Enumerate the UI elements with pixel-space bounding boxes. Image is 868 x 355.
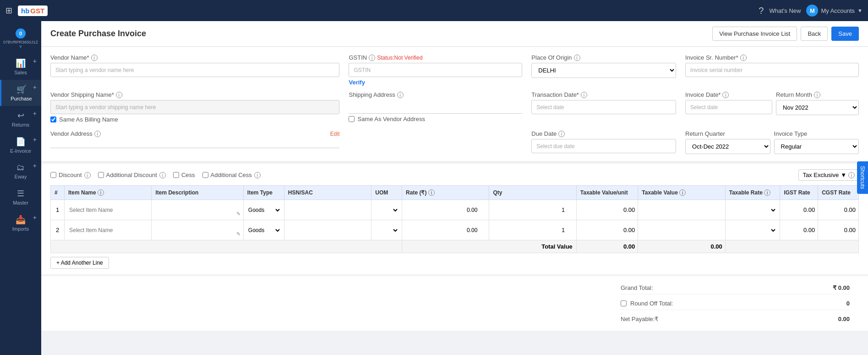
additional-discount-checkbox[interactable] <box>98 172 104 178</box>
taxable-value-info-icon[interactable]: i <box>679 189 686 196</box>
discount-option[interactable]: Discount i <box>50 172 91 178</box>
imports-add-icon[interactable]: + <box>33 214 37 221</box>
shipping-address-label: Shipping Address i <box>349 91 522 98</box>
row1-taxable-rate-select[interactable]: 5% 12% 18% 28% <box>728 206 777 214</box>
same-as-billing-row: Same As Billing Name <box>50 116 339 123</box>
row2-taxable-value-input[interactable] <box>641 226 722 234</box>
row1-qty-input[interactable] <box>492 206 573 214</box>
sidebar-item-eway[interactable]: 🗂 Eway + <box>0 158 41 184</box>
gstin-info-icon[interactable]: i <box>369 55 375 61</box>
row2-item-name-input[interactable] <box>67 226 148 234</box>
grid-icon[interactable]: ⊞ <box>5 6 12 16</box>
same-as-billing-checkbox[interactable] <box>50 116 56 122</box>
transaction-date-info-icon[interactable]: i <box>581 92 587 98</box>
sidebar-item-sales[interactable]: 📊 Sales + <box>0 54 41 80</box>
net-payable-value: 0.00 <box>838 316 850 322</box>
sidebar-item-purchase[interactable]: 🛒 Purchase + <box>0 80 41 106</box>
row1-item-desc-input[interactable] <box>154 203 240 211</box>
row2-hsn-cell <box>284 220 371 240</box>
shipping-address-info-icon[interactable]: i <box>397 92 404 98</box>
help-icon[interactable]: ? <box>759 6 764 16</box>
item-name-info-icon[interactable]: i <box>98 189 104 196</box>
round-off-checkbox[interactable] <box>621 300 627 306</box>
cess-checkbox[interactable] <box>173 172 179 178</box>
eway-add-icon[interactable]: + <box>33 162 37 169</box>
my-accounts-menu[interactable]: M My Accounts ▼ <box>806 5 863 17</box>
sidebar-item-einvoice[interactable]: 📄 E-Invoice + <box>0 132 41 158</box>
back-button[interactable]: Back <box>801 27 828 41</box>
additional-cess-checkbox[interactable] <box>202 172 208 178</box>
invoice-sr-info-icon[interactable]: i <box>740 55 747 61</box>
transaction-date-input[interactable] <box>531 100 676 114</box>
row1-uom-select[interactable] <box>374 206 399 214</box>
row1-uom-cell <box>371 200 402 220</box>
row1-item-type-select[interactable]: Goods Service <box>246 206 281 214</box>
row2-hsn-input[interactable] <box>287 226 368 234</box>
additional-cess-option[interactable]: Additional Cess i <box>202 172 261 178</box>
row2-qty-input[interactable] <box>492 226 573 234</box>
row1-rate-input[interactable] <box>405 206 486 214</box>
returns-add-icon[interactable]: + <box>33 110 37 117</box>
sidebar-item-master[interactable]: ☰ Master <box>0 184 41 210</box>
row2-qty-cell <box>489 220 576 240</box>
row2-taxable-rate-select[interactable]: 5% 12% 18% 28% <box>728 227 777 234</box>
row2-desc-edit-icon[interactable]: ✎ <box>236 231 240 237</box>
sidebar-purchase-label: Purchase <box>11 96 32 101</box>
verify-link[interactable]: Verify <box>349 79 522 86</box>
additional-discount-info-icon[interactable]: i <box>159 172 166 178</box>
vendor-shipping-info-icon[interactable]: i <box>116 92 122 98</box>
discount-info-icon[interactable]: i <box>84 172 91 178</box>
row1-item-type-cell: Goods Service <box>243 200 284 220</box>
rate-info-icon[interactable]: i <box>428 189 435 196</box>
vendor-name-input[interactable] <box>50 63 339 77</box>
invoice-date-input[interactable] <box>685 100 772 114</box>
total-label: Total Value <box>541 243 573 250</box>
due-date-input[interactable] <box>531 139 676 153</box>
einvoice-add-icon[interactable]: + <box>33 136 37 143</box>
sidebar-item-imports[interactable]: 📥 Imports + <box>0 210 41 236</box>
vendor-shipping-input[interactable] <box>50 100 339 114</box>
shortcuts-tab[interactable]: Shortcuts <box>857 161 868 194</box>
invoice-sr-input[interactable] <box>685 63 859 77</box>
discount-checkbox[interactable] <box>50 172 56 178</box>
invoice-date-info-icon[interactable]: i <box>722 92 729 98</box>
logo[interactable]: hb GST <box>18 6 48 16</box>
view-list-button[interactable]: View Purchase Invoice List <box>712 27 797 41</box>
row2-uom-select[interactable] <box>374 227 399 234</box>
same-as-vendor-checkbox[interactable] <box>349 116 355 122</box>
tax-exclusive-info-icon[interactable]: i <box>848 172 855 178</box>
tax-exclusive-dropdown[interactable]: Tax Exclusive ▼ i <box>798 169 859 181</box>
tax-exclusive-label: Tax Exclusive <box>802 172 839 178</box>
save-button[interactable]: Save <box>831 27 859 41</box>
sidebar-user-area[interactable]: 0 07BVRPR3650J1ZY <box>2 26 39 54</box>
additional-discount-option[interactable]: Additional Discount i <box>98 172 166 178</box>
return-month-info-icon[interactable]: i <box>814 92 820 98</box>
sales-add-icon[interactable]: + <box>33 57 37 65</box>
row1-item-name-input[interactable] <box>67 206 148 214</box>
purchase-add-icon[interactable]: + <box>33 83 37 91</box>
table-body: 1 ✎ Goods Service <box>51 200 859 253</box>
vendor-name-info-icon[interactable]: i <box>91 55 98 61</box>
due-date-info-icon[interactable]: i <box>558 131 565 137</box>
vendor-address-info-icon[interactable]: i <box>94 131 101 137</box>
sidebar-item-returns[interactable]: ↩ Returns + <box>0 106 41 132</box>
row1-hsn-input[interactable] <box>287 206 368 214</box>
place-of-origin-info-icon[interactable]: i <box>574 55 580 61</box>
row2-item-desc-input[interactable] <box>154 223 240 231</box>
return-month-select[interactable]: Nov 2022 Dec 2022 <box>776 100 859 115</box>
row2-rate-input[interactable] <box>405 226 486 234</box>
invoice-type-select[interactable]: Regular Bill of Supply Import <box>774 139 859 154</box>
add-line-button[interactable]: + Add Another Line <box>50 257 109 269</box>
row1-taxable-unit-cell: 0.00 <box>576 200 638 220</box>
taxable-rate-info-icon[interactable]: i <box>764 189 770 196</box>
gstin-input[interactable] <box>349 63 522 77</box>
vendor-address-edit-link[interactable]: Edit <box>330 131 340 137</box>
row1-desc-edit-icon[interactable]: ✎ <box>236 211 240 217</box>
additional-cess-info-icon[interactable]: i <box>254 172 261 178</box>
whats-new-link[interactable]: What's New <box>769 7 801 14</box>
place-of-origin-select[interactable]: DELHI MUMBAI CHENNAI <box>531 63 676 78</box>
cess-option[interactable]: Cess <box>173 172 195 178</box>
row2-item-type-select[interactable]: Goods Service <box>246 227 281 234</box>
row1-taxable-value-input[interactable] <box>641 206 722 214</box>
return-quarter-select[interactable]: Oct-Dec 2022 <box>685 139 770 154</box>
